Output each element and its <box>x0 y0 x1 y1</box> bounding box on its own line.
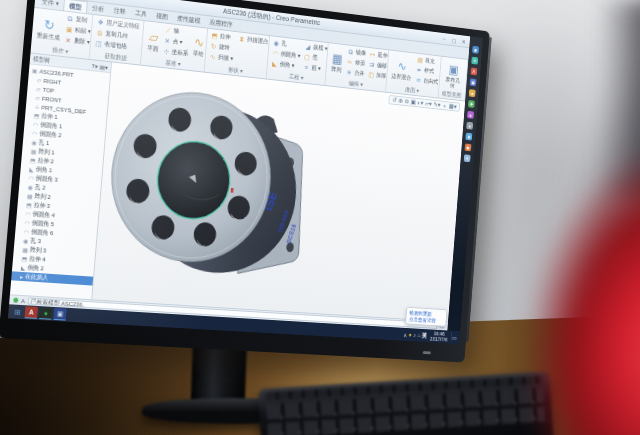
ribbon-button-icon: ⧉ <box>66 14 74 23</box>
feature-icon: ◠ <box>28 174 34 181</box>
ribbon-button[interactable]: ⊹坐标系 <box>160 45 190 59</box>
ribbon-group-surfaces: ∿边界混合▤填充✒样式♒自由式 曲面 ▾ <box>386 50 442 97</box>
ribbon-button[interactable]: ⧺合并 <box>344 67 367 80</box>
graphics-toolbar-icon[interactable]: ⊖ <box>404 98 409 106</box>
tray-icon[interactable]: ● <box>409 332 412 338</box>
status-select-icon[interactable]: A <box>21 297 25 303</box>
ribbon-button-icon: ↻ <box>44 17 56 33</box>
taskbar-app-icon[interactable]: ● <box>39 307 52 320</box>
desktop-shortcut-icon[interactable]: ■ <box>465 133 472 141</box>
desktop-shortcut-icon[interactable]: ✦ <box>464 154 471 162</box>
ribbon-button-icon: ↻ <box>210 42 218 50</box>
graphics-toolbar-icon[interactable]: ▣ <box>410 98 416 106</box>
feature-icon: ▣ <box>32 67 38 75</box>
tray-icon[interactable]: ♪ <box>413 332 416 338</box>
selection-highlight-mark <box>231 188 234 193</box>
ribbon-group-datum: ▱平面⟋轴✕点 ▾⊹坐标系∿草绘 基准 ▾ <box>141 21 208 72</box>
feature-icon: ◣ <box>21 264 26 271</box>
feature-icon: ◉ <box>28 183 34 190</box>
photo-scene: □⇓↶↷↻▾ ASC236 (活动的) - Creo Parametric – … <box>0 0 640 435</box>
monitor-power-led <box>423 351 431 354</box>
taskbar-app-icon[interactable]: ▣ <box>53 308 66 321</box>
ribbon-button-icon: ↦ <box>369 50 376 58</box>
close-button[interactable]: ✕ <box>460 37 468 44</box>
feature-icon: ▸ <box>20 273 24 280</box>
ribbon-button-icon: ∿ <box>194 34 205 50</box>
desktop-shortcut-icon[interactable]: ✦ <box>471 57 478 65</box>
taskbar-app-icon[interactable]: A <box>24 306 38 319</box>
ribbon-button-icon: ∿ <box>397 58 407 73</box>
ribbon-button-icon: ♒ <box>415 76 422 84</box>
graphics-toolbar-icon[interactable]: ＋ <box>442 101 448 110</box>
input-method-badge[interactable]: 英 <box>422 331 428 340</box>
graphics-toolbar-icon[interactable]: ▦▾ <box>449 102 457 110</box>
ribbon-button[interactable]: ↻重新生成 <box>33 9 65 47</box>
desktop-shortcut-icon[interactable]: ◆ <box>465 143 472 151</box>
ribbon-button-icon: ▱ <box>149 29 159 45</box>
feature-icon: ▦ <box>27 192 33 199</box>
ribbon-button[interactable]: ◫加厚 <box>366 69 388 82</box>
screen: □⇓↶↷↻▾ ASC236 (活动的) - Creo Parametric – … <box>8 0 483 344</box>
graphics-toolbar-icon[interactable]: ↺ <box>392 96 397 104</box>
minimize-button[interactable]: – <box>440 35 448 42</box>
feature-icon: ◠ <box>33 121 39 128</box>
ribbon-group-editing: ▦阵列⧉镜像✂修剪⧺合并↦延伸⇉偏移◫加厚 编辑 ▾ <box>326 43 389 92</box>
graphics-toolbar-icon[interactable]: ◐▾ <box>417 99 423 107</box>
status-ready-dot <box>13 298 18 303</box>
desktop-shortcut-icon[interactable]: ✚ <box>468 100 475 108</box>
ribbon-button-icon: ▢ <box>303 53 310 61</box>
feature-icon: ▱ <box>36 85 41 92</box>
feature-icon: ◣ <box>29 165 34 172</box>
ribbon-button[interactable]: ≡筋 ▾ <box>301 62 328 75</box>
ribbon-button-icon: ▣ <box>65 25 73 34</box>
desktop-shortcut-icon[interactable]: ▲ <box>467 111 474 119</box>
taskbar-apps: A●▣ <box>24 306 66 320</box>
ribbon-button-icon: ✒ <box>416 66 423 74</box>
ribbon-group-get-data: ❖用户定义特征⧉复制几何◫收缩包络 获取数据 <box>90 15 145 65</box>
graphics-area[interactable]: ↺⊕⊖▣◐▾▱▾✎▾＋▦▾ <box>92 62 465 321</box>
feature-icon: ⬒ <box>34 112 40 119</box>
ribbon-button-icon: ▤ <box>416 56 423 64</box>
desktop-shortcut-icon[interactable]: ▣ <box>470 78 477 86</box>
feature-icon: ▱ <box>35 94 40 101</box>
ribbon-button[interactable]: ∿扫描 ▾ <box>207 51 235 65</box>
maximize-button[interactable]: ▢ <box>450 36 458 43</box>
tray-icon[interactable]: ⌂ <box>417 332 420 338</box>
ribbon-button-icon: ◠ <box>272 49 280 57</box>
model-tree-toolbar-icon[interactable]: T▾ <box>91 62 98 70</box>
desktop-shortcut-icon[interactable]: ● <box>466 122 473 130</box>
desktop-shortcut-icon[interactable]: ● <box>469 89 476 97</box>
desktop-shortcut-icon[interactable]: ◆ <box>472 46 479 54</box>
start-button[interactable]: ⊞ <box>11 307 23 317</box>
ribbon-button[interactable]: ⧗扫描混合 <box>236 33 270 47</box>
feature-icon: ⊹ <box>34 103 39 110</box>
ribbon-button[interactable]: ∿边界混合 <box>388 52 415 87</box>
notification-line: 点击查看详情 <box>409 316 444 324</box>
ribbon-button-icon: ⧉ <box>96 29 104 38</box>
ribbon-button-icon: ▦ <box>332 51 344 66</box>
feature-icon: ⬒ <box>26 201 32 208</box>
ribbon-button-icon: ⧺ <box>346 68 353 76</box>
notification-bubble[interactable]: 检测到更新 点击查看详情 <box>405 307 447 327</box>
3d-model-flange[interactable]: ISE 100-45A SCS16 <box>95 65 326 304</box>
graphics-toolbar-icon[interactable]: ⊕ <box>398 97 403 105</box>
ribbon-button-icon: ❖ <box>97 18 105 27</box>
ribbon-group-shapes: ⬒拉伸↻旋转∿扫描 ▾⧗扫描混合 形状 ▾ <box>204 29 269 79</box>
tray-icon[interactable]: ∧ <box>403 331 407 338</box>
action-center-button[interactable]: ▭ <box>451 333 458 342</box>
ribbon-button[interactable]: ♒自由式 <box>413 75 440 88</box>
graphics-toolbar-icon[interactable]: ▱▾ <box>425 100 432 108</box>
feature-icon: ▦ <box>22 246 28 253</box>
graphics-toolbar-icon[interactable]: ✎▾ <box>433 101 441 109</box>
ribbon-button-icon: ✕ <box>163 37 171 46</box>
ribbon-button[interactable]: ✕删除 ▾ <box>62 34 92 48</box>
model-tree-toolbar-icon[interactable]: ▤▾ <box>99 63 108 71</box>
ribbon-button-icon: ∿ <box>209 52 217 60</box>
ribbon-button-icon: ◫ <box>367 71 374 79</box>
desktop-shortcut-icon[interactable]: A <box>470 67 477 75</box>
feature-icon: ▦ <box>31 148 37 155</box>
ribbon-button-icon: ◫ <box>95 39 103 48</box>
taskbar-clock[interactable]: 16:46 2017/7/6 <box>428 330 449 342</box>
ribbon-button[interactable]: ▣发布几何 <box>440 58 465 92</box>
ribbon-button-icon: ⧗ <box>238 35 246 43</box>
